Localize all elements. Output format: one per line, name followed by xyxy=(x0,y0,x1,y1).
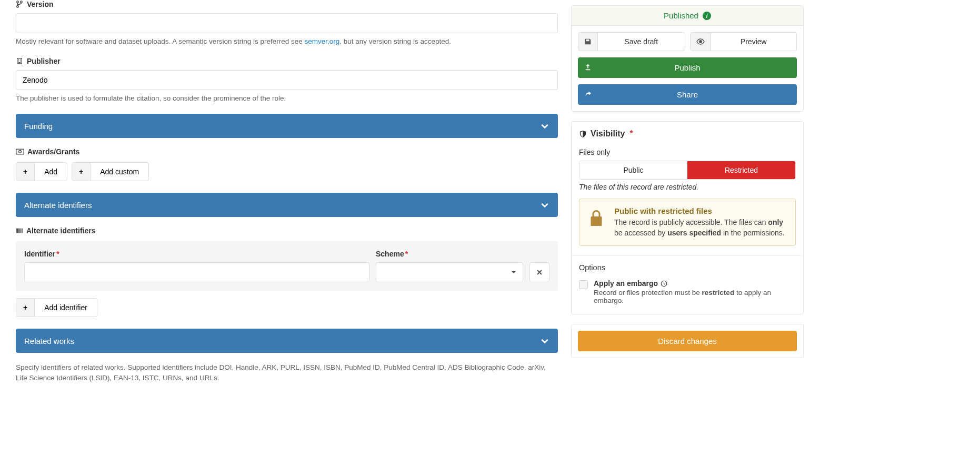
svg-point-19 xyxy=(699,41,701,43)
svg-point-12 xyxy=(19,151,22,153)
actions-card: Published i Save draft Preview Publish xyxy=(571,5,804,112)
related-header-text: Related works xyxy=(24,337,74,345)
publisher-input[interactable] xyxy=(16,70,558,90)
plus-icon: + xyxy=(16,299,35,317)
embargo-help: Record or files protection must be restr… xyxy=(594,289,796,304)
info-box-title: Public with restricted files xyxy=(614,206,788,215)
shield-icon xyxy=(579,130,587,138)
visibility-card: Visibility* Files only Public Restricted… xyxy=(571,121,804,314)
eye-icon xyxy=(696,38,705,45)
svg-rect-17 xyxy=(21,229,21,233)
options-title: Options xyxy=(579,263,796,272)
preview-button[interactable]: Preview xyxy=(690,32,797,51)
altids-sub-label: Alternate identifiers xyxy=(16,226,558,235)
branch-icon xyxy=(16,1,23,8)
clock-icon xyxy=(661,280,667,287)
visibility-public-option[interactable]: Public xyxy=(579,161,687,179)
remove-identifier-button[interactable] xyxy=(529,262,549,282)
upload-icon xyxy=(584,63,592,71)
plus-icon: + xyxy=(72,163,91,181)
status-bar: Published i xyxy=(572,6,803,26)
semver-link[interactable]: semver.org xyxy=(305,37,340,45)
visibility-restricted-option[interactable]: Restricted xyxy=(687,161,795,179)
save-draft-button[interactable]: Save draft xyxy=(578,32,685,51)
visibility-note: The files of this record are restricted. xyxy=(579,183,796,191)
publisher-help: The publisher is used to formulate the c… xyxy=(16,94,558,102)
svg-rect-18 xyxy=(22,229,23,233)
add-award-button[interactable]: + Add xyxy=(16,162,67,181)
version-input[interactable] xyxy=(16,13,558,33)
info-icon[interactable]: i xyxy=(703,12,711,20)
caret-down-icon xyxy=(511,270,516,275)
share-icon xyxy=(584,90,592,97)
svg-rect-13 xyxy=(16,229,17,233)
awards-label: Awards/Grants xyxy=(16,147,558,156)
status-text: Published xyxy=(664,11,698,20)
svg-rect-10 xyxy=(19,63,21,64)
svg-rect-15 xyxy=(18,229,19,233)
identifier-label: Identifier* xyxy=(24,250,369,258)
chevron-down-icon xyxy=(540,200,549,210)
chevron-down-icon xyxy=(540,336,549,345)
plus-icon: + xyxy=(16,163,35,181)
money-icon xyxy=(16,149,24,155)
visibility-title: Visibility* xyxy=(579,129,796,139)
version-label-text: Version xyxy=(27,0,54,8)
version-help: Mostly relevant for software and dataset… xyxy=(16,37,558,45)
discard-changes-button[interactable]: Discard changes xyxy=(578,331,797,351)
building-icon xyxy=(16,57,23,65)
visibility-info-box: Public with restricted files The record … xyxy=(579,199,796,246)
related-section-header[interactable]: Related works xyxy=(16,329,558,353)
embargo-title: Apply an embargo xyxy=(594,279,796,288)
embargo-option: Apply an embargo Record or files protect… xyxy=(579,279,796,304)
share-button[interactable]: Share xyxy=(578,84,797,105)
add-identifier-button[interactable]: + Add identifier xyxy=(16,298,97,317)
version-label: Version xyxy=(16,0,558,8)
svg-point-1 xyxy=(21,1,23,3)
identifier-input[interactable] xyxy=(24,262,369,282)
svg-rect-14 xyxy=(17,229,18,233)
scheme-dropdown[interactable] xyxy=(376,262,523,282)
svg-rect-3 xyxy=(17,58,22,64)
svg-point-2 xyxy=(17,6,19,8)
altid-panel: Identifier* Scheme* xyxy=(16,241,558,291)
embargo-checkbox[interactable] xyxy=(579,280,588,289)
funding-header-text: Funding xyxy=(24,122,53,131)
altids-section-header[interactable]: Alternate identifiers xyxy=(16,193,558,217)
related-help: Specify identifiers of related works. Su… xyxy=(16,362,558,384)
close-icon xyxy=(536,269,543,275)
publisher-label-text: Publisher xyxy=(27,57,61,65)
barcode-icon xyxy=(16,227,23,234)
lock-icon xyxy=(587,209,606,228)
visibility-toggle: Public Restricted xyxy=(579,161,796,180)
svg-rect-11 xyxy=(16,149,24,154)
add-custom-award-button[interactable]: + Add custom xyxy=(72,162,149,181)
scheme-label: Scheme* xyxy=(376,250,523,258)
publisher-label: Publisher xyxy=(16,57,558,65)
chevron-down-icon xyxy=(540,121,549,131)
svg-point-0 xyxy=(17,1,19,3)
info-box-text: The record is publicly accessible. The f… xyxy=(614,218,788,238)
divider xyxy=(572,255,803,256)
publish-button[interactable]: Publish xyxy=(578,57,797,78)
save-icon xyxy=(584,38,592,45)
funding-section-header[interactable]: Funding xyxy=(16,114,558,138)
discard-card: Discard changes xyxy=(571,324,804,358)
altids-header-text: Alternate identifiers xyxy=(24,201,92,210)
files-only-label: Files only xyxy=(579,148,796,156)
svg-rect-16 xyxy=(19,229,20,233)
